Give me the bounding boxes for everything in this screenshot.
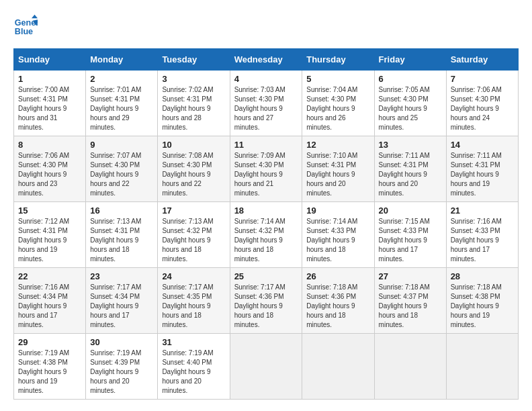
calendar-cell <box>302 334 374 400</box>
calendar-cell: 31 Sunrise: 7:19 AM Sunset: 4:40 PM Dayl… <box>158 334 230 400</box>
day-info: Sunrise: 7:14 AM Sunset: 4:32 PM Dayligh… <box>234 217 298 264</box>
calendar-cell <box>374 334 446 400</box>
day-info: Sunrise: 7:18 AM Sunset: 4:38 PM Dayligh… <box>451 283 514 330</box>
calendar-cell: 24 Sunrise: 7:17 AM Sunset: 4:35 PM Dayl… <box>158 268 230 334</box>
day-number: 9 <box>90 140 153 150</box>
day-number: 1 <box>18 74 81 84</box>
day-info: Sunrise: 7:16 AM Sunset: 4:34 PM Dayligh… <box>18 283 81 330</box>
day-info: Sunrise: 7:04 AM Sunset: 4:30 PM Dayligh… <box>306 85 369 132</box>
day-info: Sunrise: 7:06 AM Sunset: 4:30 PM Dayligh… <box>451 85 514 132</box>
calendar-cell: 15 Sunrise: 7:12 AM Sunset: 4:31 PM Dayl… <box>14 202 86 268</box>
calendar-cell: 10 Sunrise: 7:08 AM Sunset: 4:30 PM Dayl… <box>158 136 230 202</box>
calendar-cell: 27 Sunrise: 7:18 AM Sunset: 4:37 PM Dayl… <box>374 268 446 334</box>
calendar-cell: 29 Sunrise: 7:19 AM Sunset: 4:38 PM Dayl… <box>14 334 86 400</box>
day-header-thursday: Thursday <box>302 49 374 71</box>
calendar-cell <box>230 334 302 400</box>
day-info: Sunrise: 7:11 AM Sunset: 4:31 PM Dayligh… <box>451 151 514 198</box>
calendar-cell: 17 Sunrise: 7:13 AM Sunset: 4:32 PM Dayl… <box>158 202 230 268</box>
svg-marker-2 <box>32 15 38 18</box>
day-number: 28 <box>451 271 514 281</box>
calendar-cell: 25 Sunrise: 7:17 AM Sunset: 4:36 PM Dayl… <box>230 268 302 334</box>
day-number: 19 <box>306 205 369 216</box>
day-number: 2 <box>90 74 153 84</box>
day-number: 13 <box>379 140 442 150</box>
logo: General Blue <box>13 13 42 38</box>
day-info: Sunrise: 7:15 AM Sunset: 4:33 PM Dayligh… <box>379 217 442 264</box>
day-info: Sunrise: 7:12 AM Sunset: 4:31 PM Dayligh… <box>18 217 81 264</box>
day-info: Sunrise: 7:02 AM Sunset: 4:31 PM Dayligh… <box>162 85 225 132</box>
day-number: 27 <box>379 271 442 281</box>
day-number: 6 <box>379 74 442 84</box>
day-info: Sunrise: 7:17 AM Sunset: 4:35 PM Dayligh… <box>162 283 225 330</box>
day-number: 26 <box>306 271 369 281</box>
calendar-cell: 2 Sunrise: 7:01 AM Sunset: 4:31 PM Dayli… <box>86 71 158 136</box>
day-number: 16 <box>90 205 153 216</box>
calendar-header-row: SundayMondayTuesdayWednesdayThursdayFrid… <box>14 49 519 71</box>
day-number: 22 <box>18 271 81 281</box>
day-info: Sunrise: 7:01 AM Sunset: 4:31 PM Dayligh… <box>90 85 153 132</box>
day-number: 30 <box>90 337 153 347</box>
day-number: 12 <box>306 140 369 150</box>
calendar-table: SundayMondayTuesdayWednesdayThursdayFrid… <box>13 48 519 400</box>
day-info: Sunrise: 7:06 AM Sunset: 4:30 PM Dayligh… <box>18 151 81 198</box>
calendar-cell: 20 Sunrise: 7:15 AM Sunset: 4:33 PM Dayl… <box>374 202 446 268</box>
day-info: Sunrise: 7:11 AM Sunset: 4:31 PM Dayligh… <box>379 151 442 198</box>
day-header-saturday: Saturday <box>446 49 518 71</box>
calendar-cell: 12 Sunrise: 7:10 AM Sunset: 4:31 PM Dayl… <box>302 136 374 202</box>
calendar-cell: 1 Sunrise: 7:00 AM Sunset: 4:31 PM Dayli… <box>14 71 86 136</box>
day-info: Sunrise: 7:07 AM Sunset: 4:30 PM Dayligh… <box>90 151 153 198</box>
calendar-cell: 8 Sunrise: 7:06 AM Sunset: 4:30 PM Dayli… <box>14 136 86 202</box>
day-number: 4 <box>234 74 298 84</box>
day-number: 18 <box>234 205 298 216</box>
day-info: Sunrise: 7:18 AM Sunset: 4:36 PM Dayligh… <box>306 283 369 330</box>
calendar-cell: 28 Sunrise: 7:18 AM Sunset: 4:38 PM Dayl… <box>446 268 518 334</box>
day-number: 5 <box>306 74 369 84</box>
calendar-cell: 22 Sunrise: 7:16 AM Sunset: 4:34 PM Dayl… <box>14 268 86 334</box>
calendar-cell: 30 Sunrise: 7:19 AM Sunset: 4:39 PM Dayl… <box>86 334 158 400</box>
day-number: 17 <box>162 205 225 216</box>
calendar-cell: 11 Sunrise: 7:09 AM Sunset: 4:30 PM Dayl… <box>230 136 302 202</box>
day-header-wednesday: Wednesday <box>230 49 302 71</box>
calendar-cell: 6 Sunrise: 7:05 AM Sunset: 4:30 PM Dayli… <box>374 71 446 136</box>
day-number: 15 <box>18 205 81 216</box>
calendar-cell: 19 Sunrise: 7:14 AM Sunset: 4:33 PM Dayl… <box>302 202 374 268</box>
day-header-tuesday: Tuesday <box>158 49 230 71</box>
calendar-cell: 7 Sunrise: 7:06 AM Sunset: 4:30 PM Dayli… <box>446 71 518 136</box>
day-number: 3 <box>162 74 225 84</box>
day-info: Sunrise: 7:05 AM Sunset: 4:30 PM Dayligh… <box>379 85 442 132</box>
calendar-cell: 4 Sunrise: 7:03 AM Sunset: 4:30 PM Dayli… <box>230 71 302 136</box>
calendar-cell: 26 Sunrise: 7:18 AM Sunset: 4:36 PM Dayl… <box>302 268 374 334</box>
day-info: Sunrise: 7:19 AM Sunset: 4:39 PM Dayligh… <box>90 349 153 396</box>
day-number: 14 <box>451 140 514 150</box>
calendar-cell: 23 Sunrise: 7:17 AM Sunset: 4:34 PM Dayl… <box>86 268 158 334</box>
day-info: Sunrise: 7:19 AM Sunset: 4:38 PM Dayligh… <box>18 349 81 396</box>
day-number: 11 <box>234 140 298 150</box>
day-number: 25 <box>234 271 298 281</box>
day-number: 24 <box>162 271 225 281</box>
logo-icon: General Blue <box>13 13 38 38</box>
day-number: 21 <box>451 205 514 216</box>
day-number: 29 <box>18 337 81 347</box>
day-info: Sunrise: 7:19 AM Sunset: 4:40 PM Dayligh… <box>162 349 225 396</box>
day-header-monday: Monday <box>86 49 158 71</box>
day-info: Sunrise: 7:17 AM Sunset: 4:36 PM Dayligh… <box>234 283 298 330</box>
day-info: Sunrise: 7:10 AM Sunset: 4:31 PM Dayligh… <box>306 151 369 198</box>
day-info: Sunrise: 7:08 AM Sunset: 4:30 PM Dayligh… <box>162 151 225 198</box>
day-number: 8 <box>18 140 81 150</box>
day-number: 31 <box>162 337 225 347</box>
day-info: Sunrise: 7:09 AM Sunset: 4:30 PM Dayligh… <box>234 151 298 198</box>
day-info: Sunrise: 7:18 AM Sunset: 4:37 PM Dayligh… <box>379 283 442 330</box>
calendar-cell: 3 Sunrise: 7:02 AM Sunset: 4:31 PM Dayli… <box>158 71 230 136</box>
calendar-cell: 14 Sunrise: 7:11 AM Sunset: 4:31 PM Dayl… <box>446 136 518 202</box>
day-info: Sunrise: 7:03 AM Sunset: 4:30 PM Dayligh… <box>234 85 298 132</box>
day-number: 20 <box>379 205 442 216</box>
day-info: Sunrise: 7:17 AM Sunset: 4:34 PM Dayligh… <box>90 283 153 330</box>
calendar-cell: 16 Sunrise: 7:13 AM Sunset: 4:31 PM Dayl… <box>86 202 158 268</box>
calendar-cell: 18 Sunrise: 7:14 AM Sunset: 4:32 PM Dayl… <box>230 202 302 268</box>
calendar-cell: 13 Sunrise: 7:11 AM Sunset: 4:31 PM Dayl… <box>374 136 446 202</box>
day-number: 7 <box>451 74 514 84</box>
page-header: General Blue <box>13 13 519 38</box>
day-number: 23 <box>90 271 153 281</box>
day-info: Sunrise: 7:16 AM Sunset: 4:33 PM Dayligh… <box>451 217 514 264</box>
day-info: Sunrise: 7:13 AM Sunset: 4:32 PM Dayligh… <box>162 217 225 264</box>
